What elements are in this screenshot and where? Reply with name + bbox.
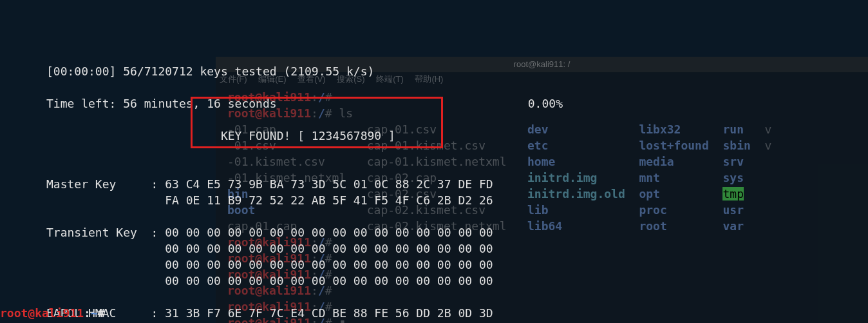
master-key-row2: FA 0E 11 B9 72 52 22 AB 5F 41 F5 4F C6 2… — [165, 193, 493, 207]
progress-percent: 0.00% — [528, 95, 563, 112]
shell-prompt[interactable]: root@kali911:~# — [0, 305, 105, 321]
prompt-hash: # — [98, 306, 105, 320]
master-key-label: Master Key — [46, 177, 116, 191]
master-key-row1: 63 C4 E5 73 9B BA 73 3D 5C 01 0C 88 2C 3… — [165, 177, 493, 191]
time-left-label: Time left: — [46, 97, 116, 110]
time-left-value: 56 minutes, 16 seconds — [123, 97, 276, 110]
foreground-terminal[interactable]: [00:00:00] 56/7120712 keys tested (2109.… — [0, 0, 868, 323]
eapol-hmac-value: 31 3B F7 6E 7F 7C E4 CD BE 88 FE 56 DD 2… — [165, 306, 493, 320]
prompt-path: ~ — [91, 306, 98, 320]
transient-key-row2: 00 00 00 00 00 00 00 00 00 00 00 00 00 0… — [165, 242, 493, 255]
aircrack-output: [00:00:00] 56/7120712 keys tested (2109.… — [46, 47, 563, 321]
elapsed-label: [00:00:00] — [46, 64, 116, 78]
transient-key-row3: 00 00 00 00 00 00 00 00 00 00 00 00 00 0… — [165, 258, 493, 271]
key-found-text: KEY FOUND! [ 1234567890 ] — [221, 129, 395, 142]
transient-key-row4: 00 00 00 00 00 00 00 00 00 00 00 00 00 0… — [165, 274, 493, 288]
transient-key-row1: 00 00 00 00 00 00 00 00 00 00 00 00 00 0… — [165, 226, 493, 239]
prompt-user: root@kali911 — [0, 306, 84, 320]
transient-key-label: Transient Key — [46, 226, 137, 239]
keys-tested: 56/7120712 keys tested (2109.55 k/s) — [123, 64, 374, 78]
